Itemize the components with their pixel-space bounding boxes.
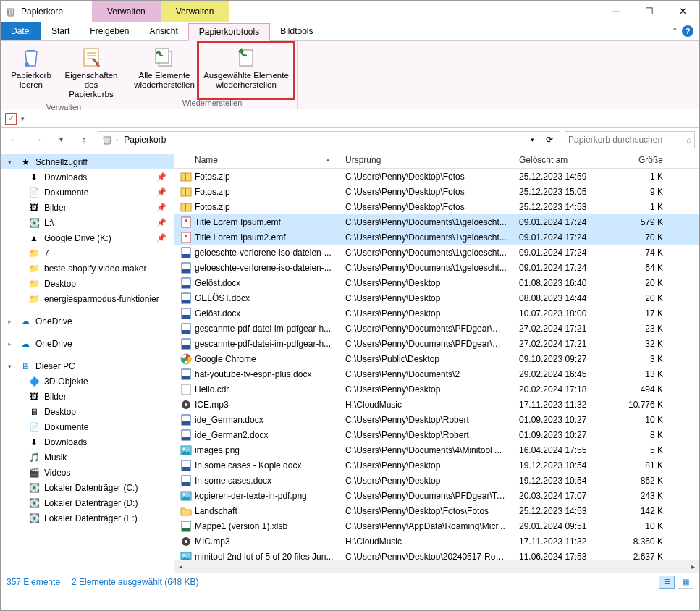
table-row[interactable]: Fotos.zipC:\Users\Penny\Desktop\Fotos25.… [174,184,699,199]
search-icon[interactable]: ⌕ [686,135,691,145]
file-rows[interactable]: Fotos.zipC:\Users\Penny\Desktop\Fotos25.… [174,169,699,560]
contextual-tab-manage-pink[interactable]: Verwalten [92,1,161,22]
contextual-tab-manage-yellow[interactable]: Verwalten [161,1,229,22]
refresh-icon[interactable]: ⟳ [542,135,557,145]
address-bar[interactable]: › Papierkorb ▾ ⟳ [98,131,560,148]
sort-indicator-icon: ▴ [326,156,334,163]
nav-forward-button[interactable]: → [28,131,47,148]
search-box[interactable]: ⌕ [565,131,695,148]
status-selection: 2 Elemente ausgewählt (648 KB) [72,577,198,587]
view-icons-button[interactable]: ▦ [678,576,693,589]
table-row[interactable]: kopieren-der-texte-in-pdf.pngC:\Users\Pe… [174,488,699,503]
table-row[interactable]: ICE.mp3H:\CloudMusic17.11.2023 11:3210.7… [174,397,699,412]
sidebar-item-onedrive[interactable]: ▸ ☁ OneDrive [1,336,174,351]
sidebar-item[interactable]: 📁7 [1,245,174,261]
tab-start[interactable]: Start [41,22,80,40]
table-row[interactable]: Gelöst.docxC:\Users\Penny\Desktop01.08.2… [174,275,699,290]
table-row[interactable]: gescannte-pdf-datei-im-pdfgear-h...C:\Us… [174,321,699,336]
table-row[interactable]: Fotos.zipC:\Users\Penny\Desktop\Fotos25.… [174,169,699,184]
header-origin[interactable]: Ursprung [340,155,513,165]
address-dropdown-icon[interactable]: ▾ [525,136,539,143]
table-row[interactable]: GELÖST.docxC:\Users\Penny\Desktop08.08.2… [174,290,699,306]
sidebar-item[interactable]: 🔷3D-Objekte [1,374,174,389]
empty-recycle-bin-button[interactable]: Papierkorb leeren [5,43,57,101]
scroll-right-icon[interactable]: ▸ [687,562,699,570]
header-size[interactable]: Größe [615,155,669,165]
chevron-right-icon[interactable]: ▸ [8,340,15,347]
sidebar-item[interactable]: ⬇Downloads📌 [1,169,174,185]
table-row[interactable]: Google ChromeC:\Users\Public\Desktop09.1… [174,351,699,366]
nav-up-button[interactable]: ↑ [75,131,93,148]
table-row[interactable]: images.pngC:\Users\Penny\Documents\4\Min… [174,442,699,458]
header-name[interactable]: Name▴ [174,155,340,165]
tab-image-tools[interactable]: Bildtools [270,22,323,40]
crumb-sep-icon[interactable]: › [116,135,118,143]
restore-selected-button[interactable]: Ausgewählte Elemente wiederherstellen [200,43,292,97]
chevron-down-icon[interactable]: ▾ [8,159,15,166]
help-icon[interactable]: ? [682,25,693,37]
table-row[interactable]: Title Lorem Ipsum.emfC:\Users\Penny\Docu… [174,214,699,229]
sidebar-item[interactable]: 🎬Videos [1,465,174,480]
tab-share[interactable]: Freigeben [80,22,139,40]
table-row[interactable]: ide_German.docxC:\Users\Penny\Desktop\Ro… [174,412,699,427]
table-row[interactable]: hat-youtube-tv-espn-plus.docxC:\Users\Pe… [174,366,699,382]
sidebar-item[interactable]: 🖼Bilder📌 [1,200,174,215]
sidebar-item[interactable]: 💽Lokaler Datenträger (E:) [1,510,174,526]
table-row[interactable]: geloeschte-verlorene-iso-dateien-...C:\U… [174,245,699,260]
sidebar-item[interactable]: 💽Lokaler Datenträger (C:) [1,480,174,495]
sidebar-item-quickaccess[interactable]: ▾ ★ Schnellzugriff [1,154,174,169]
sidebar-item[interactable]: 📁beste-shopify-video-maker [1,261,174,276]
table-row[interactable]: minitool 2nd lot of 5 of 20 files Jun...… [174,549,699,560]
recycle-bin-properties-button[interactable]: Eigenschaften des Papierkorbs [60,43,122,101]
close-button[interactable]: ✕ [666,1,699,22]
sidebar-item[interactable]: ▲Google Drive (K:)📌 [1,230,174,245]
sidebar-item[interactable]: 💽Lokaler Datenträger (D:) [1,495,174,510]
sidebar-item[interactable]: 💽L:\📌 [1,215,174,230]
search-input[interactable] [568,135,686,145]
navigation-pane[interactable]: ▾ ★ Schnellzugriff ⬇Downloads📌📄Dokumente… [1,151,174,573]
nav-history-dropdown[interactable]: ▾ [51,131,70,148]
table-row[interactable]: In some cases - Kopie.docxC:\Users\Penny… [174,458,699,473]
table-row[interactable]: Hello.cdrC:\Users\Penny\Desktop20.02.202… [174,382,699,397]
maximize-button[interactable]: ☐ [633,1,666,22]
sidebar-item[interactable]: ⬇Downloads [1,434,174,450]
table-row[interactable]: Title Lorem Ipsum2.emfC:\Users\Penny\Doc… [174,229,699,245]
qat-dropdown-icon[interactable]: ▾ [21,115,25,122]
nav-back-button[interactable]: ← [5,131,24,148]
table-row[interactable]: Mappe1 (version 1).xlsbC:\Users\Penny\Ap… [174,518,699,534]
sidebar-item[interactable]: 📁energiesparmodus-funktionier [1,291,174,306]
table-row[interactable]: Gelöst.docxC:\Users\Penny\Desktop10.07.2… [174,306,699,321]
view-details-button[interactable]: ☰ [659,576,675,589]
header-deleted[interactable]: Gelöscht am [513,155,615,165]
sidebar-item[interactable]: 🖥Desktop [1,404,174,419]
table-row[interactable]: Fotos.zipC:\Users\Penny\Desktop\Fotos25.… [174,199,699,214]
sidebar-item[interactable]: 🖼Bilder [1,389,174,404]
table-row[interactable]: gescannte-pdf-datei-im-pdfgear-h...C:\Us… [174,336,699,351]
collapse-ribbon-icon[interactable]: ˄ [672,26,678,37]
chevron-right-icon[interactable]: ▸ [8,318,15,325]
sidebar-item[interactable]: 📄Dokumente [1,419,174,434]
folder-icon: 🎬 [28,467,40,479]
sidebar-item[interactable]: 📄Dokumente📌 [1,185,174,200]
sidebar-item-onedrive[interactable]: ▸ ☁ OneDrive [1,313,174,329]
table-row[interactable]: MIC.mp3H:\CloudMusic17.11.2023 11:328.36… [174,534,699,549]
minimize-button[interactable]: ─ [599,1,633,22]
sidebar-item[interactable]: 🎵Musik [1,450,174,465]
table-row[interactable]: ide_German2.docxC:\Users\Penny\Desktop\R… [174,427,699,442]
tab-view[interactable]: Ansicht [139,22,187,40]
crumb-location[interactable]: Papierkorb [121,135,169,145]
sidebar-item-label: Google Drive (K:) [44,233,111,243]
table-row[interactable]: In some cases.docxC:\Users\Penny\Desktop… [174,473,699,488]
selection-checkbox-icon[interactable]: ✓ [5,113,17,125]
table-row[interactable]: LandschaftC:\Users\Penny\Desktop\Fotos\F… [174,503,699,518]
scroll-left-icon[interactable]: ◂ [174,562,187,570]
tab-recyclebin-tools[interactable]: Papierkorbtools [188,23,270,41]
sidebar-label: OneDrive [35,316,72,326]
restore-all-button[interactable]: Alle Elemente wiederherstellen [132,43,197,97]
table-row[interactable]: geloeschte-verlorene-iso-dateien-...C:\U… [174,260,699,275]
sidebar-item[interactable]: 📁Desktop [1,276,174,291]
tab-file[interactable]: Datei [1,22,41,40]
horizontal-scrollbar[interactable]: ◂ ▸ [174,560,699,573]
sidebar-item-thispc[interactable]: ▾ 🖥 Dieser PC [1,358,174,374]
chevron-down-icon[interactable]: ▾ [8,363,15,370]
